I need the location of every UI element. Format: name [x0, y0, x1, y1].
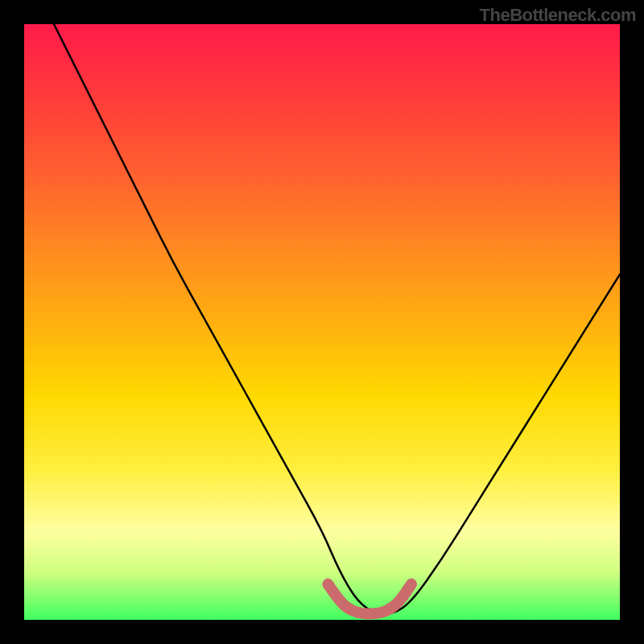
curve-overlay — [24, 24, 620, 620]
bottleneck-curve-path — [54, 24, 620, 614]
watermark-text: TheBottleneck.com — [480, 5, 636, 26]
